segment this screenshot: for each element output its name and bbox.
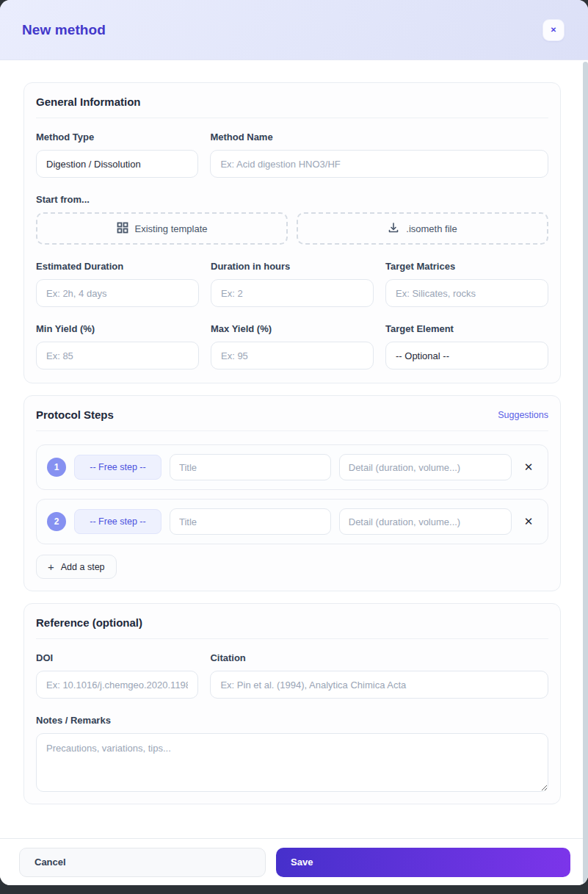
doi-input[interactable] [36, 671, 198, 699]
notes-textarea[interactable] [36, 733, 548, 792]
method-type-label: Method Type [36, 131, 198, 143]
step-type-value: -- Free step -- [90, 516, 145, 527]
step-row-2: 2 -- Free step -- ✕ [36, 499, 548, 544]
remove-step-button[interactable]: ✕ [520, 461, 537, 474]
cancel-label: Cancel [35, 857, 66, 868]
min-yield-input[interactable] [36, 342, 199, 370]
yield-row: Min Yield (%) Max Yield (%) Target Eleme… [36, 323, 548, 370]
modal-body: General Information Method Type Digestio… [0, 60, 588, 838]
protocol-section-head: Protocol Steps Suggestions [36, 408, 548, 431]
step-title-input[interactable] [170, 508, 331, 535]
method-name-input[interactable] [210, 150, 548, 178]
existing-template-button[interactable]: Existing template [36, 212, 288, 245]
estimated-duration-label: Estimated Duration [36, 261, 199, 272]
target-matrices-label: Target Matrices [385, 261, 548, 272]
step-detail-input[interactable] [339, 454, 512, 480]
suggestions-link[interactable]: Suggestions [498, 410, 548, 420]
save-button[interactable]: Save [276, 848, 570, 877]
reference-section-title: Reference (optional) [36, 616, 142, 629]
target-matrices-input[interactable] [385, 279, 548, 307]
close-icon: ✕ [551, 26, 556, 34]
modal-footer: Cancel Save [0, 838, 588, 885]
citation-input[interactable] [210, 671, 548, 699]
modal-title: New method [22, 22, 106, 38]
remove-step-icon: ✕ [524, 515, 534, 527]
max-yield-label: Max Yield (%) [211, 323, 374, 334]
method-type-select[interactable]: Digestion / Dissolution [36, 150, 198, 178]
min-yield-label: Min Yield (%) [36, 323, 199, 334]
modal-header: New method ✕ [0, 0, 588, 60]
plus-icon: + [48, 560, 54, 573]
step-detail-input[interactable] [339, 508, 512, 535]
duration-row: Estimated Duration Duration in hours Tar… [36, 261, 548, 307]
step-number-badge: 1 [47, 458, 66, 477]
duration-hours-label: Duration in hours [211, 261, 374, 272]
target-element-value: -- Optional -- [396, 350, 449, 361]
close-button[interactable]: ✕ [542, 19, 565, 41]
remove-step-button[interactable]: ✕ [520, 515, 537, 528]
add-step-button[interactable]: + Add a step [36, 555, 117, 579]
step-row-1: 1 -- Free step -- ✕ [36, 444, 548, 490]
add-step-label: Add a step [61, 562, 105, 572]
general-section-title: General Information [36, 95, 141, 108]
citation-label: Citation [210, 652, 548, 663]
start-from-label: Start from... [36, 194, 548, 205]
cancel-button[interactable]: Cancel [19, 848, 266, 877]
protocol-section-title: Protocol Steps [36, 408, 114, 421]
start-from-row: Existing template .isometh file [36, 212, 548, 245]
target-element-label: Target Element [385, 323, 548, 334]
step-title-input[interactable] [170, 454, 331, 480]
step-number-badge: 2 [47, 512, 66, 531]
new-method-modal: New method ✕ General Information Method … [0, 0, 588, 885]
notes-label: Notes / Remarks [36, 715, 548, 726]
step-type-select[interactable]: -- Free step -- [74, 455, 161, 480]
save-label: Save [291, 857, 313, 868]
doi-label: DOI [36, 652, 198, 663]
target-element-select[interactable]: -- Optional -- [385, 342, 548, 370]
vertical-scrollbar[interactable] [583, 62, 588, 884]
general-section-head: General Information [36, 95, 548, 118]
duration-hours-input[interactable] [211, 279, 374, 307]
existing-template-label: Existing template [135, 223, 208, 234]
step-type-select[interactable]: -- Free step -- [74, 509, 161, 534]
protocol-steps-card: Protocol Steps Suggestions 1 -- Free ste… [23, 395, 561, 591]
method-name-label: Method Name [210, 131, 548, 143]
reference-card: Reference (optional) DOI Citation Notes … [23, 603, 561, 804]
download-icon [388, 222, 399, 236]
remove-step-icon: ✕ [524, 461, 534, 473]
reference-section-head: Reference (optional) [36, 616, 548, 639]
step-type-value: -- Free step -- [90, 462, 145, 472]
estimated-duration-input[interactable] [36, 279, 199, 307]
method-type-value: Digestion / Dissolution [46, 159, 141, 170]
isometh-file-button[interactable]: .isometh file [297, 212, 548, 245]
grid-icon [117, 222, 128, 236]
isometh-file-label: .isometh file [406, 223, 457, 234]
max-yield-input[interactable] [211, 342, 374, 370]
general-information-card: General Information Method Type Digestio… [23, 82, 561, 383]
method-row: Method Type Digestion / Dissolution Meth… [36, 131, 548, 178]
reference-row: DOI Citation [36, 652, 548, 699]
